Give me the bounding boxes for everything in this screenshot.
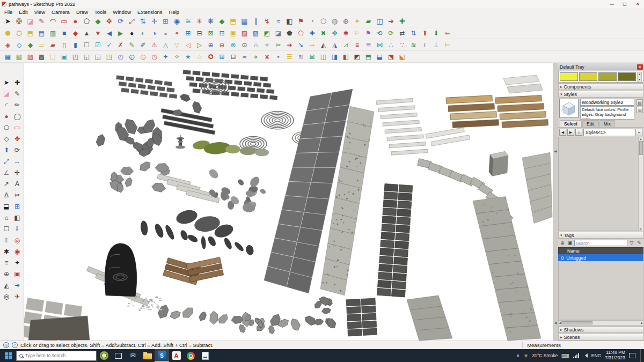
toolbar-icon[interactable]: ◈ — [2, 40, 13, 50]
scroll-right-icon[interactable]: ▶ — [641, 321, 643, 324]
toolbar-icon[interactable]: ≡ — [352, 40, 363, 50]
toolbar-icon[interactable]: ⊖ — [216, 40, 228, 50]
toolbar-icon[interactable]: ◎ — [12, 235, 23, 246]
menu-help[interactable]: Help — [166, 9, 183, 15]
back-button[interactable]: ◀ — [559, 129, 566, 136]
toolbar-icon[interactable]: ⊡ — [216, 28, 228, 39]
scroll-thumb[interactable] — [561, 321, 592, 324]
scroll-down-icon[interactable]: ▼ — [638, 78, 641, 81]
toolbar-icon[interactable]: ▢ — [47, 51, 58, 62]
keyboard-icon[interactable]: ⌨ — [561, 353, 569, 359]
maximize-button[interactable]: ▢ — [618, 0, 631, 8]
toolbar-icon[interactable]: ■ — [58, 28, 70, 39]
toolbar-icon[interactable]: ◧ — [340, 51, 352, 62]
measurements-box[interactable] — [566, 342, 641, 349]
toolbar-icon[interactable]: ➜ — [385, 16, 397, 27]
file-explorer-button[interactable] — [140, 349, 155, 362]
styles-collection-dropdown[interactable]: Styles<1> ▾ — [583, 129, 642, 136]
toolbar-icon[interactable]: ◔ — [306, 16, 318, 27]
toolbar-icon[interactable]: ▤ — [36, 28, 47, 39]
styles-scrollbar[interactable]: ▲ ▼ — [638, 137, 643, 231]
tags-list-empty[interactable] — [558, 261, 643, 320]
toolbar-icon[interactable]: ⊠ — [205, 28, 216, 39]
toolbar-icon[interactable]: ⟳ — [12, 145, 23, 156]
tab-select[interactable]: Select — [560, 120, 582, 127]
toolbar-icon[interactable]: ▰ — [47, 40, 58, 50]
toolbar-icon[interactable]: ⬇ — [430, 28, 442, 39]
toolbar-icon[interactable]: ▣ — [58, 51, 70, 62]
toolbar-icon[interactable]: ▨ — [25, 51, 36, 62]
toolbar-icon[interactable]: ⊞ — [182, 28, 194, 39]
toolbar-icon[interactable]: ∥ — [250, 16, 261, 27]
toolbar-icon[interactable]: ✦ — [160, 51, 171, 62]
toolbar-icon[interactable]: ▭ — [58, 16, 70, 27]
toolbar-icon[interactable]: ◆ — [70, 28, 81, 39]
toolbar-icon[interactable]: ▣ — [12, 269, 23, 280]
toolbar-icon[interactable]: ◀ — [104, 28, 115, 39]
toolbar-icon[interactable]: ◭ — [318, 40, 329, 50]
toolbar-icon[interactable]: ✱ — [1, 246, 12, 257]
taskbar-search-input[interactable] — [25, 353, 84, 358]
toolbar-icon[interactable]: ⊥ — [430, 40, 442, 50]
toolbar-icon[interactable]: ▮ — [70, 40, 81, 50]
toolbar-icon[interactable]: ✖ — [318, 28, 329, 39]
toolbar-icon[interactable]: ● — [1, 111, 12, 122]
toolbar-icon[interactable]: ◶ — [137, 51, 149, 62]
swatch-scrollbar[interactable]: ▲ ▼ — [637, 72, 642, 82]
forward-button[interactable]: ▶ — [567, 129, 574, 136]
language-indicator[interactable]: ENG — [591, 353, 601, 358]
assistant-app-button[interactable] — [97, 349, 111, 362]
toolbar-icon[interactable]: ▣ — [228, 28, 239, 39]
toolbar-icon[interactable]: ◐ — [137, 28, 149, 39]
toolbar-icon[interactable]: ▩ — [36, 51, 47, 62]
toolbar-icon[interactable]: ◭ — [1, 280, 12, 291]
toolbar-icon[interactable]: ◓ — [171, 28, 182, 39]
minimize-button[interactable]: — — [605, 0, 618, 8]
color-swatch[interactable] — [598, 72, 617, 81]
toolbar-icon[interactable]: ⊠ — [306, 51, 318, 62]
toolbar-icon[interactable]: ◧ — [284, 16, 295, 27]
toolbar-icon[interactable]: ↗ — [1, 179, 12, 190]
toolbar-icon[interactable]: ✛ — [12, 167, 23, 179]
toolbar-icon[interactable]: ⊕ — [205, 40, 216, 50]
toolbar-icon[interactable]: ⟲ — [374, 28, 385, 39]
toolbar-icon[interactable]: ✎ — [126, 40, 137, 50]
toolbar-icon[interactable]: ⬡ — [13, 28, 25, 39]
toolbar-icon[interactable]: ▥ — [47, 28, 58, 39]
style-thumbnail[interactable] — [559, 99, 579, 118]
toolbar-icon[interactable]: ▧ — [250, 28, 261, 39]
section-shadows[interactable]: ▸ Shadows — [558, 326, 643, 333]
toolbar-icon[interactable]: ◮ — [329, 40, 340, 50]
writer-app-button[interactable] — [198, 349, 213, 362]
toolbar-icon[interactable]: ⌗ — [261, 40, 273, 50]
toolbar-icon[interactable]: ➙ — [306, 40, 318, 50]
toolbar-icon[interactable]: ◳ — [104, 51, 115, 62]
toolbar-icon[interactable]: ◎ — [1, 291, 12, 302]
new-style-button[interactable]: ⊞ — [636, 107, 643, 113]
toolbar-icon[interactable]: ❋ — [205, 16, 216, 27]
tray-header[interactable]: Default Tray ✕ — [558, 63, 644, 70]
toolbar-icon[interactable]: ✎ — [12, 88, 23, 100]
toolbar-icon[interactable]: ◜ — [1, 100, 12, 111]
toolbar-icon[interactable]: ⬠ — [81, 16, 92, 27]
toolbar-icon[interactable]: ⬠ — [295, 28, 306, 39]
toolbar-icon[interactable]: ◰ — [70, 51, 81, 62]
toolbar-icon[interactable]: ≋ — [182, 16, 194, 27]
toolbar-icon[interactable]: ⬓ — [1, 201, 12, 212]
toolbar-icon[interactable]: ✧ — [171, 51, 182, 62]
toolbar-icon[interactable]: ⬓ — [374, 51, 385, 62]
volume-icon[interactable] — [583, 353, 588, 358]
scroll-left-icon[interactable]: ◀ — [559, 321, 561, 324]
scroll-down-icon[interactable]: ▼ — [639, 227, 643, 231]
toolbar-icon[interactable]: ⊕ — [1, 269, 12, 280]
toolbar-icon[interactable]: ⬢ — [2, 28, 13, 39]
toolbar-icon[interactable]: ✚ — [397, 16, 408, 27]
toolbar-icon[interactable]: ⌂ — [250, 40, 261, 50]
menu-extensions[interactable]: Extensions — [134, 9, 165, 15]
toolbar-icon[interactable]: ⊢ — [442, 40, 453, 50]
toolbar-icon[interactable]: ✤ — [329, 28, 340, 39]
toolbar-icon[interactable]: ≈ — [273, 16, 284, 27]
toolbar-icon[interactable]: ☐ — [1, 224, 12, 235]
toolbar-icon[interactable]: ⬒ — [363, 51, 374, 62]
toolbar-icon[interactable]: ▦ — [239, 16, 250, 27]
